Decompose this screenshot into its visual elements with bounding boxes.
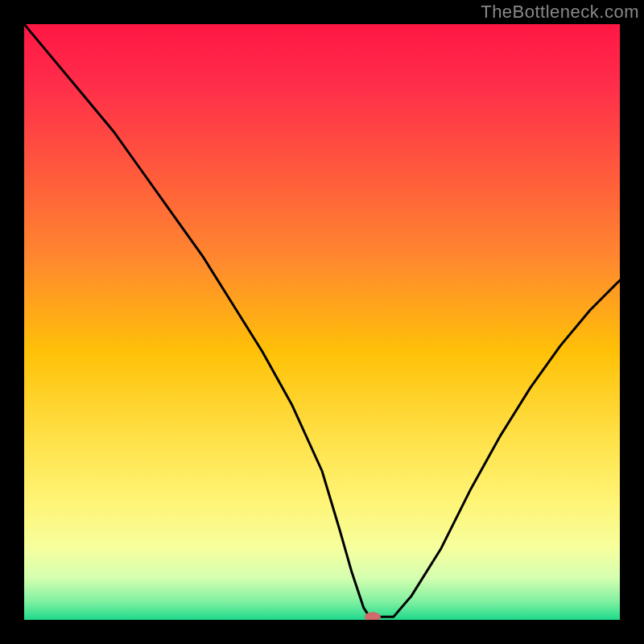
plot-area: [24, 24, 620, 620]
gradient-background: [24, 24, 620, 620]
watermark-text: TheBottleneck.com: [481, 2, 639, 23]
chart-container: TheBottleneck.com: [0, 0, 644, 644]
plot-svg: [24, 24, 620, 620]
